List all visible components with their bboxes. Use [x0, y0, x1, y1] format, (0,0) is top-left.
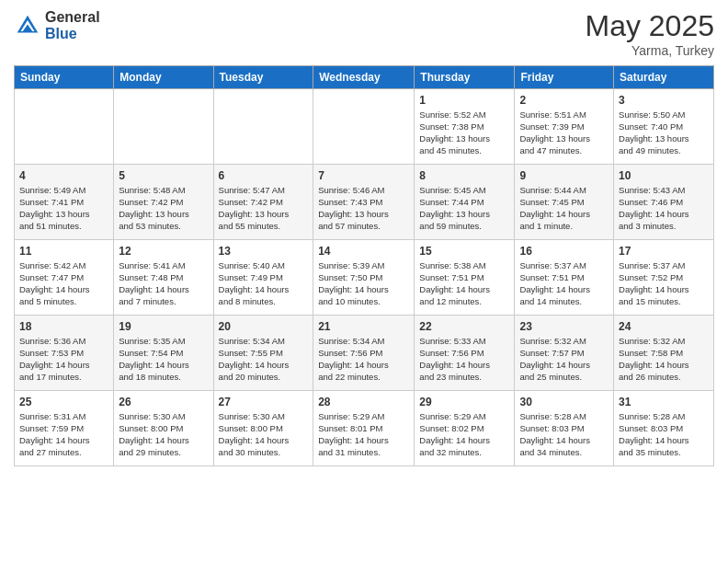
calendar-cell: 17Sunrise: 5:37 AM Sunset: 7:52 PM Dayli…	[614, 240, 714, 316]
day-number: 2	[519, 93, 609, 108]
day-number: 1	[419, 93, 509, 108]
day-info: Sunrise: 5:43 AM Sunset: 7:46 PM Dayligh…	[619, 185, 709, 232]
day-header-sunday: Sunday	[15, 66, 114, 89]
day-number: 26	[119, 395, 208, 409]
day-number: 17	[619, 244, 709, 259]
calendar-cell: 27Sunrise: 5:30 AM Sunset: 8:00 PM Dayli…	[213, 391, 313, 466]
day-info: Sunrise: 5:47 AM Sunset: 7:42 PM Dayligh…	[219, 185, 309, 232]
day-info: Sunrise: 5:48 AM Sunset: 7:42 PM Dayligh…	[119, 185, 208, 232]
calendar-cell: 18Sunrise: 5:36 AM Sunset: 7:53 PM Dayli…	[15, 316, 114, 391]
calendar-cell: 28Sunrise: 5:29 AM Sunset: 8:01 PM Dayli…	[313, 391, 415, 466]
day-info: Sunrise: 5:33 AM Sunset: 7:56 PM Dayligh…	[419, 336, 509, 383]
day-number: 7	[318, 168, 409, 183]
logo: General Blue	[14, 9, 100, 41]
calendar-cell: 9Sunrise: 5:44 AM Sunset: 7:45 PM Daylig…	[515, 165, 614, 240]
calendar-cell: 13Sunrise: 5:40 AM Sunset: 7:49 PM Dayli…	[213, 240, 313, 316]
day-number: 18	[19, 319, 108, 334]
week-row-1: 1Sunrise: 5:52 AM Sunset: 7:38 PM Daylig…	[15, 89, 714, 165]
calendar-cell: 11Sunrise: 5:42 AM Sunset: 7:47 PM Dayli…	[15, 240, 114, 316]
calendar-cell: 5Sunrise: 5:48 AM Sunset: 7:42 PM Daylig…	[114, 165, 213, 240]
day-info: Sunrise: 5:30 AM Sunset: 8:00 PM Dayligh…	[119, 411, 208, 458]
day-header-row: SundayMondayTuesdayWednesdayThursdayFrid…	[15, 66, 714, 89]
day-number: 14	[318, 244, 409, 259]
day-number: 8	[419, 168, 509, 183]
week-row-4: 18Sunrise: 5:36 AM Sunset: 7:53 PM Dayli…	[15, 316, 714, 391]
day-number: 6	[219, 168, 309, 183]
calendar-cell: 6Sunrise: 5:47 AM Sunset: 7:42 PM Daylig…	[213, 165, 313, 240]
day-info: Sunrise: 5:38 AM Sunset: 7:51 PM Dayligh…	[419, 260, 509, 307]
day-number: 13	[219, 244, 309, 259]
day-number: 29	[419, 395, 509, 409]
day-number: 23	[519, 319, 609, 334]
day-number: 19	[119, 319, 208, 334]
day-header-tuesday: Tuesday	[213, 66, 313, 89]
calendar-cell: 10Sunrise: 5:43 AM Sunset: 7:46 PM Dayli…	[614, 165, 714, 240]
title-block: May 2025 Yarma, Turkey	[585, 9, 714, 58]
calendar-cell: 23Sunrise: 5:32 AM Sunset: 7:57 PM Dayli…	[515, 316, 614, 391]
day-number: 25	[19, 395, 108, 409]
day-info: Sunrise: 5:41 AM Sunset: 7:48 PM Dayligh…	[119, 260, 208, 307]
day-info: Sunrise: 5:31 AM Sunset: 7:59 PM Dayligh…	[19, 411, 108, 458]
day-number: 5	[119, 168, 208, 183]
day-header-wednesday: Wednesday	[313, 66, 415, 89]
day-number: 28	[318, 395, 409, 409]
day-number: 4	[19, 168, 108, 183]
day-info: Sunrise: 5:44 AM Sunset: 7:45 PM Dayligh…	[519, 185, 609, 232]
day-info: Sunrise: 5:34 AM Sunset: 7:55 PM Dayligh…	[219, 336, 309, 383]
day-info: Sunrise: 5:34 AM Sunset: 7:56 PM Dayligh…	[318, 336, 409, 383]
day-number: 27	[219, 395, 309, 409]
day-info: Sunrise: 5:45 AM Sunset: 7:44 PM Dayligh…	[419, 185, 509, 232]
day-number: 15	[419, 244, 509, 259]
week-row-2: 4Sunrise: 5:49 AM Sunset: 7:41 PM Daylig…	[15, 165, 714, 240]
week-row-5: 25Sunrise: 5:31 AM Sunset: 7:59 PM Dayli…	[15, 391, 714, 466]
calendar-cell: 7Sunrise: 5:46 AM Sunset: 7:43 PM Daylig…	[313, 165, 415, 240]
day-number: 20	[219, 319, 309, 334]
logo-blue: Blue	[45, 26, 100, 42]
calendar-cell: 21Sunrise: 5:34 AM Sunset: 7:56 PM Dayli…	[313, 316, 415, 391]
calendar-cell: 12Sunrise: 5:41 AM Sunset: 7:48 PM Dayli…	[114, 240, 213, 316]
day-info: Sunrise: 5:39 AM Sunset: 7:50 PM Dayligh…	[318, 260, 409, 307]
calendar-cell	[313, 89, 415, 165]
calendar-cell: 29Sunrise: 5:29 AM Sunset: 8:02 PM Dayli…	[415, 391, 515, 466]
day-info: Sunrise: 5:51 AM Sunset: 7:39 PM Dayligh…	[519, 109, 609, 156]
day-number: 3	[619, 93, 709, 108]
day-header-friday: Friday	[515, 66, 614, 89]
day-info: Sunrise: 5:35 AM Sunset: 7:54 PM Dayligh…	[119, 336, 208, 383]
calendar-cell: 20Sunrise: 5:34 AM Sunset: 7:55 PM Dayli…	[213, 316, 313, 391]
calendar-cell	[15, 89, 114, 165]
day-info: Sunrise: 5:28 AM Sunset: 8:03 PM Dayligh…	[519, 411, 609, 458]
logo-icon	[14, 12, 41, 40]
day-info: Sunrise: 5:42 AM Sunset: 7:47 PM Dayligh…	[19, 260, 108, 307]
day-header-monday: Monday	[114, 66, 213, 89]
calendar-cell: 8Sunrise: 5:45 AM Sunset: 7:44 PM Daylig…	[415, 165, 515, 240]
day-info: Sunrise: 5:50 AM Sunset: 7:40 PM Dayligh…	[619, 109, 709, 156]
day-info: Sunrise: 5:32 AM Sunset: 7:57 PM Dayligh…	[519, 336, 609, 383]
day-info: Sunrise: 5:32 AM Sunset: 7:58 PM Dayligh…	[619, 336, 709, 383]
calendar-cell	[114, 89, 213, 165]
calendar-cell: 25Sunrise: 5:31 AM Sunset: 7:59 PM Dayli…	[15, 391, 114, 466]
day-number: 24	[619, 319, 709, 334]
day-info: Sunrise: 5:36 AM Sunset: 7:53 PM Dayligh…	[19, 336, 108, 383]
day-info: Sunrise: 5:29 AM Sunset: 8:01 PM Dayligh…	[318, 411, 409, 458]
calendar-cell: 3Sunrise: 5:50 AM Sunset: 7:40 PM Daylig…	[614, 89, 714, 165]
calendar-cell: 22Sunrise: 5:33 AM Sunset: 7:56 PM Dayli…	[415, 316, 515, 391]
day-header-saturday: Saturday	[614, 66, 714, 89]
logo-general: General	[45, 9, 100, 26]
location: Yarma, Turkey	[585, 43, 714, 58]
day-info: Sunrise: 5:49 AM Sunset: 7:41 PM Dayligh…	[19, 185, 108, 232]
day-info: Sunrise: 5:30 AM Sunset: 8:00 PM Dayligh…	[219, 411, 309, 458]
day-number: 12	[119, 244, 208, 259]
day-number: 10	[619, 168, 709, 183]
calendar-cell: 26Sunrise: 5:30 AM Sunset: 8:00 PM Dayli…	[114, 391, 213, 466]
day-header-thursday: Thursday	[415, 66, 515, 89]
calendar-cell: 14Sunrise: 5:39 AM Sunset: 7:50 PM Dayli…	[313, 240, 415, 316]
calendar-cell: 24Sunrise: 5:32 AM Sunset: 7:58 PM Dayli…	[614, 316, 714, 391]
day-number: 30	[519, 395, 609, 409]
day-number: 21	[318, 319, 409, 334]
day-info: Sunrise: 5:29 AM Sunset: 8:02 PM Dayligh…	[419, 411, 509, 458]
calendar-cell: 2Sunrise: 5:51 AM Sunset: 7:39 PM Daylig…	[515, 89, 614, 165]
calendar-cell: 4Sunrise: 5:49 AM Sunset: 7:41 PM Daylig…	[15, 165, 114, 240]
calendar-cell: 16Sunrise: 5:37 AM Sunset: 7:51 PM Dayli…	[515, 240, 614, 316]
header: General Blue May 2025 Yarma, Turkey	[14, 9, 714, 58]
day-info: Sunrise: 5:52 AM Sunset: 7:38 PM Dayligh…	[419, 109, 509, 156]
